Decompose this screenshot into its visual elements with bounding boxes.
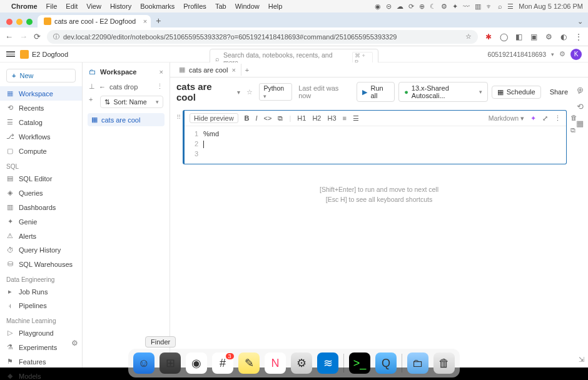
status-icon[interactable]: 〰 bbox=[463, 2, 470, 10]
extension-icon[interactable]: ▣ bbox=[529, 32, 538, 41]
ai-assist-icon[interactable]: ✦ bbox=[530, 114, 536, 122]
menu-view[interactable]: View bbox=[86, 2, 101, 10]
italic-button[interactable]: I bbox=[256, 114, 258, 122]
cell-type-select[interactable]: Markdown ▾ bbox=[489, 114, 524, 122]
variables-icon[interactable]: ▦ bbox=[576, 119, 584, 128]
sidebar-item-alerts[interactable]: ⚠Alerts bbox=[0, 229, 82, 243]
extension-icon[interactable]: ◯ bbox=[499, 32, 508, 41]
tree-icon[interactable]: ⊥ bbox=[89, 82, 95, 91]
sidebar-item-sql-warehouses[interactable]: ⛁SQL Warehouses bbox=[0, 257, 82, 271]
dock-vscode[interactable]: ≋ bbox=[317, 352, 338, 374]
collapse-icon[interactable]: ⇲ bbox=[579, 356, 584, 364]
notebook-title[interactable]: cats are cool bbox=[176, 81, 231, 102]
menu-file[interactable]: File bbox=[46, 2, 58, 10]
dock-finder[interactable]: ☺ bbox=[133, 352, 155, 374]
sidebar-item-query-history[interactable]: ⏱Query History bbox=[0, 243, 82, 257]
window-zoom[interactable] bbox=[26, 19, 33, 25]
site-info-icon[interactable]: ⓘ bbox=[53, 32, 59, 41]
schedule-button[interactable]: ▦ Schedule bbox=[492, 86, 541, 99]
more-icon[interactable]: ⋮ bbox=[156, 82, 163, 91]
ul-button[interactable]: ≡ bbox=[343, 114, 347, 122]
hamburger-icon[interactable] bbox=[6, 51, 15, 57]
menu-window[interactable]: Window bbox=[235, 2, 260, 10]
language-selector[interactable]: Python ▾ bbox=[259, 83, 292, 101]
workspace-id[interactable]: 6051921418418693 bbox=[488, 51, 546, 58]
dock-terminal[interactable]: >_ bbox=[349, 352, 370, 374]
dock-notes[interactable]: ✎ bbox=[238, 352, 260, 374]
sidebar-item-compute[interactable]: ▢Compute bbox=[0, 144, 82, 158]
extension-icon[interactable]: ◧ bbox=[514, 32, 523, 41]
sidebar-item-workspace[interactable]: ▦Workspace bbox=[0, 86, 82, 101]
comments-icon[interactable]: ⊕ bbox=[577, 85, 584, 94]
add-icon[interactable]: + bbox=[86, 93, 95, 111]
star-icon[interactable]: ☆ bbox=[246, 88, 253, 96]
bookmark-icon[interactable]: ☆ bbox=[465, 32, 472, 41]
dock-settings[interactable]: ⚙ bbox=[291, 352, 312, 374]
back-icon[interactable]: ← bbox=[99, 83, 106, 91]
chevron-down-icon[interactable]: ▾ bbox=[237, 89, 240, 96]
menu-app[interactable]: Chrome bbox=[11, 2, 38, 10]
workspace-file[interactable]: ▦ cats are cool bbox=[88, 113, 165, 126]
dock-launchpad[interactable]: ⊞ bbox=[160, 352, 181, 374]
sort-dropdown[interactable]: ⇅ Sort: Name ▾ bbox=[100, 96, 163, 108]
dock-chrome[interactable]: ◉ bbox=[186, 352, 207, 374]
notebook-tab[interactable]: ▦ cats are cool × bbox=[174, 64, 241, 76]
sidebar-item-experiments[interactable]: ⚗Experiments bbox=[0, 340, 82, 354]
h3-button[interactable]: H3 bbox=[327, 114, 336, 122]
sidebar-item-recents[interactable]: ⟲Recents bbox=[0, 101, 82, 115]
reload-button[interactable]: ⟳ bbox=[34, 32, 41, 41]
hide-preview-button[interactable]: Hide preview bbox=[190, 113, 238, 123]
product-brand[interactable]: E2 Dogfood bbox=[20, 50, 68, 59]
dock-downloads[interactable]: 🗀 bbox=[407, 352, 428, 374]
share-button[interactable]: Share bbox=[545, 86, 573, 98]
menu-edit[interactable]: Edit bbox=[66, 2, 78, 10]
h1-button[interactable]: H1 bbox=[297, 114, 306, 122]
code-button[interactable]: <> bbox=[264, 114, 272, 122]
tab-close-icon[interactable]: × bbox=[143, 18, 147, 25]
sidebar-item-genie[interactable]: ✦Genie bbox=[0, 214, 82, 229]
new-button[interactable]: + New bbox=[6, 69, 76, 82]
menu-bookmarks[interactable]: Bookmarks bbox=[140, 2, 175, 10]
new-tab-icon[interactable]: + bbox=[245, 66, 249, 74]
status-icon[interactable]: ⟳ bbox=[408, 2, 414, 11]
status-icon[interactable]: ◉ bbox=[375, 2, 381, 11]
ol-button[interactable]: ☰ bbox=[353, 114, 359, 122]
sidebar-settings-icon[interactable]: ⚙ bbox=[71, 339, 78, 348]
chrome-menu-icon[interactable]: ⋮ bbox=[574, 32, 583, 41]
sidebar-item-features[interactable]: ⚑Features bbox=[0, 354, 82, 369]
cell-drag-handle[interactable]: ⠿ bbox=[176, 110, 183, 164]
dock-slack[interactable]: #3 bbox=[212, 352, 233, 374]
control-center-icon[interactable]: ☰ bbox=[507, 2, 514, 11]
menu-help[interactable]: Help bbox=[268, 2, 283, 10]
clock[interactable]: Mon Aug 5 12:06 PM bbox=[519, 2, 583, 10]
h2-button[interactable]: H2 bbox=[312, 114, 321, 122]
tabs-overflow-icon[interactable]: ⌄ bbox=[577, 18, 583, 26]
menu-history[interactable]: History bbox=[110, 2, 131, 10]
tab-close-icon[interactable]: × bbox=[231, 66, 235, 74]
sidebar-item-queries[interactable]: ◈Queries bbox=[0, 186, 82, 200]
address-bar[interactable]: ⓘ dev.local:22090/editor/notebooks/25106… bbox=[47, 30, 478, 44]
dock-quicktime[interactable]: Q bbox=[375, 352, 397, 374]
sidebar-item-playground[interactable]: ▷Playground bbox=[0, 326, 82, 340]
expand-icon[interactable]: ⤢ bbox=[542, 114, 548, 122]
sidebar-item-pipelines[interactable]: ⫞Pipelines bbox=[0, 299, 82, 312]
search-icon[interactable]: ⌕ bbox=[498, 2, 502, 10]
dock-news[interactable]: N bbox=[265, 352, 286, 374]
run-all-button[interactable]: ▶ Run all bbox=[357, 82, 395, 102]
status-icon[interactable]: ▥ bbox=[475, 2, 481, 11]
status-icon[interactable]: ⚙ bbox=[441, 2, 447, 11]
extension-icon[interactable]: ✱ bbox=[484, 32, 493, 41]
sidebar-item-sql-editor[interactable]: ▤SQL Editor bbox=[0, 171, 82, 186]
menu-profiles[interactable]: Profiles bbox=[183, 2, 206, 10]
panel-close-icon[interactable]: × bbox=[160, 68, 163, 76]
link-button[interactable]: ⧉ bbox=[278, 114, 283, 122]
window-close[interactable] bbox=[6, 19, 13, 25]
status-icon[interactable]: ✦ bbox=[452, 2, 458, 11]
code-editor[interactable]: %md bbox=[203, 129, 566, 159]
markdown-cell[interactable]: Hide preview B I <> ⧉ | H1 H2 H3 ≡ ☰ Mar… bbox=[183, 110, 567, 164]
settings-icon[interactable]: ⚙ bbox=[559, 50, 565, 58]
sidebar-item-models[interactable]: ◆Models bbox=[0, 369, 82, 380]
status-icon[interactable]: ⊝ bbox=[386, 2, 392, 11]
avatar[interactable]: K bbox=[570, 49, 582, 60]
cell-menu-icon[interactable]: ⋮ bbox=[554, 114, 561, 122]
